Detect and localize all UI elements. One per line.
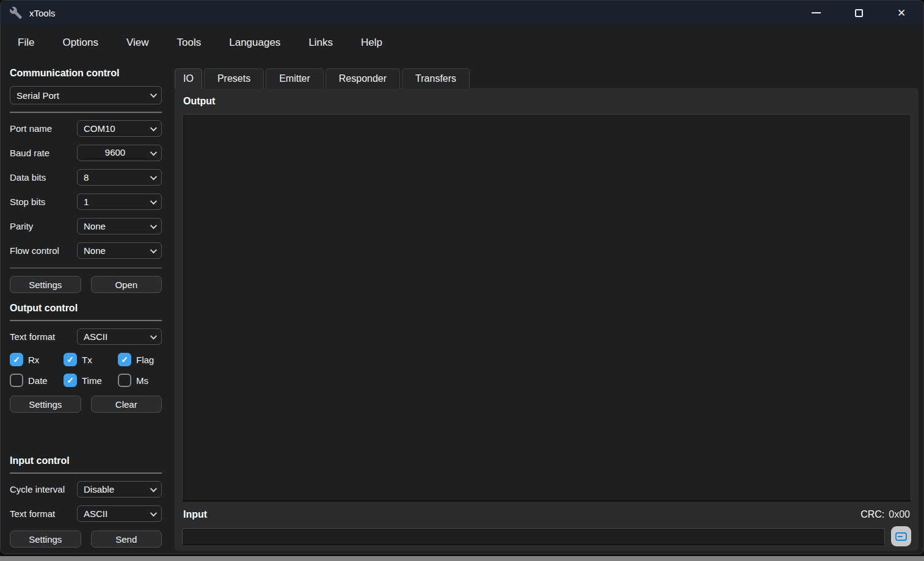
checkbox-label: Rx (28, 355, 39, 365)
maximize-icon (855, 9, 863, 17)
menu-options[interactable]: Options (62, 37, 98, 49)
menu-links[interactable]: Links (308, 37, 333, 49)
crc-readout: CRC: 0x00 (860, 509, 910, 520)
checkbox-rx[interactable]: Rx (10, 353, 64, 366)
cycle-interval-dropdown[interactable]: Disable (77, 481, 162, 498)
clear-button[interactable]: Clear (91, 396, 162, 413)
tab-transfers[interactable]: Transfers (402, 68, 470, 89)
checkbox-label: Flag (136, 355, 154, 365)
port-name-dropdown[interactable]: COM10 (77, 120, 162, 137)
chevron-down-icon (150, 222, 157, 228)
chevron-down-icon (150, 173, 157, 179)
device-type-dropdown[interactable]: Serial Port (10, 86, 162, 104)
data-bits-value: 8 (84, 172, 150, 183)
parity-dropdown[interactable]: None (77, 218, 162, 234)
checkbox-box (64, 374, 77, 387)
tab-label: IO (183, 73, 194, 84)
chevron-down-icon (150, 148, 157, 155)
chevron-down-icon (150, 509, 157, 516)
wrench-icon (8, 5, 24, 21)
checkbox-label: Date (28, 375, 48, 386)
communication-settings-button[interactable]: Settings (10, 276, 81, 293)
menu-view[interactable]: View (126, 37, 149, 49)
chevron-down-icon (150, 91, 157, 98)
separator (10, 267, 162, 269)
input-text-format-dropdown[interactable]: ASCII (77, 505, 162, 522)
tab-responder[interactable]: Responder (326, 68, 400, 89)
flow-control-label: Flow control (10, 245, 77, 256)
tab-presets[interactable]: Presets (204, 68, 264, 89)
checkbox-ms[interactable]: Ms (118, 374, 162, 387)
io-panel: Output Input CRC: 0x00 (175, 88, 919, 551)
minimize-button[interactable] (807, 4, 825, 22)
output-settings-button[interactable]: Settings (10, 396, 81, 413)
titlebar: xTools ✕ (1, 1, 923, 25)
output-text-format-label: Text format (10, 331, 77, 342)
menubar: File Options View Tools Languages Links … (1, 25, 923, 60)
crc-label: CRC: (860, 509, 884, 520)
window-title: xTools (29, 8, 56, 18)
checkbox-box (10, 353, 23, 366)
tab-label: Emitter (279, 73, 310, 84)
checkbox-box (118, 374, 131, 387)
port-name-label: Port name (10, 123, 77, 134)
main-area: IO Presets Emitter Responder Transfers O… (167, 60, 923, 554)
tab-label: Presets (217, 73, 250, 84)
tab-emitter[interactable]: Emitter (266, 68, 324, 89)
menu-file[interactable]: File (18, 37, 34, 49)
tab-label: Transfers (415, 73, 456, 84)
open-button[interactable]: Open (91, 276, 162, 293)
app-window: xTools ✕ File Options View Tools Languag… (0, 0, 924, 554)
flow-control-value: None (84, 245, 150, 256)
send-data-input[interactable] (182, 528, 885, 545)
input-format-button[interactable] (891, 526, 911, 546)
keyboard-icon (895, 532, 907, 541)
chevron-down-icon (150, 124, 157, 131)
output-text-format-dropdown[interactable]: ASCII (77, 328, 162, 345)
sidebar: Communication control Serial Port Port n… (1, 60, 167, 554)
stop-bits-dropdown[interactable]: 1 (77, 194, 162, 210)
input-heading: Input (183, 509, 207, 520)
checkbox-label: Time (82, 375, 102, 386)
device-type-value: Serial Port (16, 90, 150, 101)
stop-bits-label: Stop bits (10, 197, 77, 207)
tabbar: IO Presets Emitter Responder Transfers (175, 68, 919, 88)
cycle-interval-value: Disable (84, 484, 150, 494)
checkbox-box (10, 374, 23, 387)
communication-control-heading: Communication control (10, 68, 162, 79)
chevron-down-icon (150, 485, 157, 491)
cycle-interval-label: Cycle interval (10, 484, 77, 494)
parity-label: Parity (10, 221, 77, 231)
output-log-view[interactable] (182, 114, 911, 502)
desktop-background-strip (0, 556, 924, 561)
checkbox-label: Ms (136, 375, 148, 386)
baud-rate-dropdown[interactable]: 9600 (77, 145, 162, 161)
window-controls: ✕ (807, 4, 923, 22)
menu-help[interactable]: Help (361, 37, 382, 49)
separator (10, 472, 162, 474)
data-bits-dropdown[interactable]: 8 (77, 169, 162, 186)
checkbox-label: Tx (82, 355, 92, 365)
menu-languages[interactable]: Languages (229, 37, 280, 49)
checkbox-box (64, 353, 77, 366)
send-button[interactable]: Send (91, 530, 162, 548)
flow-control-dropdown[interactable]: None (77, 242, 162, 259)
input-text-format-value: ASCII (84, 509, 150, 519)
checkbox-time[interactable]: Time (64, 374, 118, 387)
input-settings-button[interactable]: Settings (10, 530, 81, 548)
close-button[interactable]: ✕ (892, 4, 911, 22)
tab-label: Responder (339, 73, 387, 84)
checkbox-flag[interactable]: Flag (118, 353, 162, 366)
baud-rate-value[interactable]: 9600 (84, 147, 147, 159)
chevron-down-icon (150, 197, 157, 204)
minimize-icon (812, 12, 821, 13)
checkbox-date[interactable]: Date (10, 374, 64, 387)
maximize-button[interactable] (849, 4, 868, 22)
checkbox-tx[interactable]: Tx (64, 353, 118, 366)
output-control-heading: Output control (10, 303, 162, 314)
output-heading: Output (183, 96, 911, 107)
baud-rate-label: Baud rate (10, 148, 77, 158)
crc-value: 0x00 (889, 509, 910, 520)
menu-tools[interactable]: Tools (177, 37, 202, 49)
tab-io[interactable]: IO (175, 68, 202, 89)
